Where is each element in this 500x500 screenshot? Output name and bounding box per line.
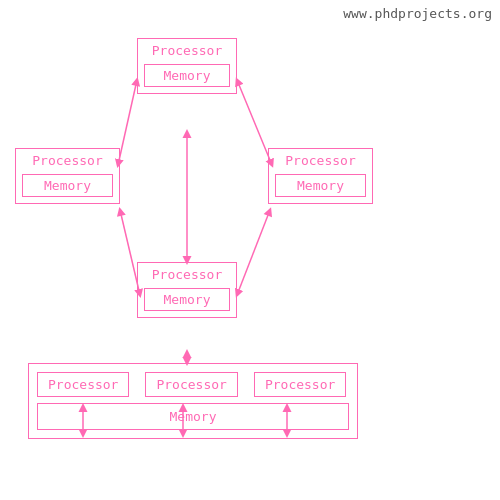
watermark: www.phdprojects.org	[343, 6, 492, 21]
top-memory-box: Memory	[144, 64, 230, 87]
right-memory-box: Memory	[275, 174, 366, 197]
right-processor-label: Processor	[269, 149, 372, 170]
bottom-group: Processor Processor Processor Memory	[28, 363, 358, 439]
bottom-processor-1: Processor	[37, 372, 129, 397]
center-node: Processor Memory	[137, 262, 237, 318]
center-processor-label: Processor	[138, 263, 236, 284]
bottom-proc-row: Processor Processor Processor	[29, 364, 357, 401]
left-memory-box: Memory	[22, 174, 113, 197]
bottom-processor-3: Processor	[254, 372, 346, 397]
left-processor-label: Processor	[16, 149, 119, 170]
bottom-processor-2: Processor	[145, 372, 237, 397]
arrow-right-center	[237, 210, 270, 295]
left-node: Processor Memory	[15, 148, 120, 204]
bottom-memory-box: Memory	[37, 403, 349, 430]
right-node: Processor Memory	[268, 148, 373, 204]
top-processor-label: Processor	[138, 39, 236, 60]
center-memory-box: Memory	[144, 288, 230, 311]
arrow-top-right	[237, 80, 272, 165]
top-node: Processor Memory	[137, 38, 237, 94]
arrow-top-left	[118, 80, 137, 165]
